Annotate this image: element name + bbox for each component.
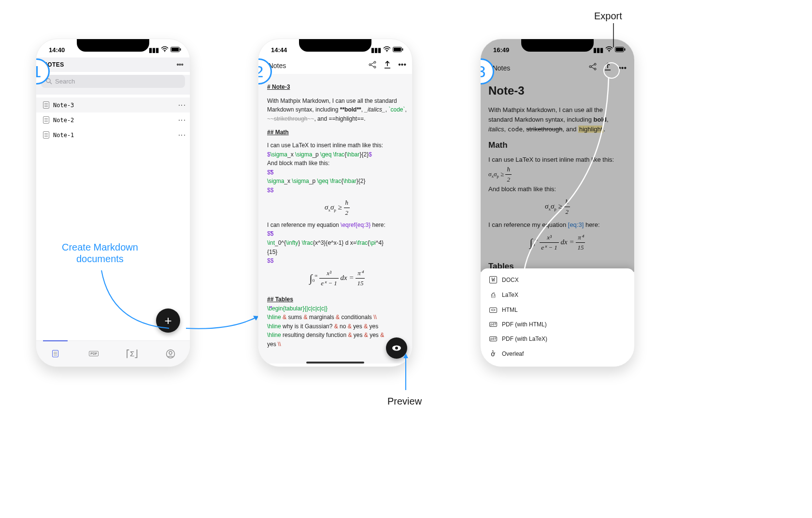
html-icon: <>: [489, 308, 497, 313]
pdf-icon: pdf: [489, 322, 497, 327]
export-label: Overleaf: [502, 350, 524, 357]
nav-pdf-icon[interactable]: PDF: [75, 341, 114, 366]
svg-line-16: [371, 63, 374, 64]
nav-profile-icon[interactable]: [152, 341, 190, 366]
svg-point-6: [167, 350, 175, 358]
md-h2-tables: ## Tables: [267, 295, 293, 304]
rendered-eq-2: ∫0∞ x³eˣ − 1 dx = π⁴15: [267, 266, 407, 291]
svg-point-14: [374, 61, 376, 63]
document-icon: [43, 116, 49, 124]
export-label: DOCX: [502, 277, 519, 283]
note-title: Note-3: [53, 102, 74, 109]
svg-point-7: [169, 351, 172, 354]
create-docs-annotation: Create Markdown documents: [62, 241, 138, 265]
svg-point-23: [609, 51, 610, 52]
math-delim: $$: [267, 256, 407, 266]
export-sheet: WDOCX ⎙LaTeX <>HTML pdfPDF (with HTML) p…: [481, 268, 634, 366]
export-label: LaTeX: [502, 292, 518, 298]
code-token: `code`: [388, 106, 405, 113]
item-more-icon[interactable]: ⋮: [180, 116, 183, 124]
wifi-icon: [605, 46, 613, 54]
svg-line-5: [50, 82, 52, 84]
phone-step-3: 3 16:49 ▮▮▮ ‹Notes ••• Note-3 With Mathp: [480, 39, 635, 367]
svg-point-0: [164, 51, 165, 52]
note-item[interactable]: Note-3 ⋮: [36, 98, 190, 112]
notes-list: Note-3 ⋮ Note-2 ⋮ Note-1 ⋮: [36, 95, 190, 145]
search-placeholder: Search: [55, 78, 75, 85]
phone-step-2: 2 14:44 ▮▮▮ ‹ Notes ••• # Note-3: [258, 39, 413, 367]
md-h2: ## Math: [267, 128, 289, 137]
item-more-icon[interactable]: ⋮: [180, 131, 183, 139]
svg-line-17: [371, 65, 374, 67]
eye-icon: [391, 343, 402, 353]
signal-icon: ▮▮▮: [593, 46, 603, 54]
svg-rect-12: [402, 48, 403, 51]
export-html[interactable]: <>HTML: [481, 303, 634, 317]
ref-lead: I can reference my equation: [267, 222, 341, 228]
svg-rect-11: [394, 48, 401, 51]
svg-rect-25: [616, 48, 623, 51]
highlight-token: ==highlight==: [328, 115, 364, 122]
docx-icon: W: [489, 276, 497, 283]
rendered-eq-1: σxσp ≥ ħ2: [267, 195, 407, 221]
export-annotation: Export: [594, 11, 622, 22]
notch: [299, 39, 371, 52]
nav-scan-icon[interactable]: ⎡Σ⎦: [113, 341, 152, 366]
bold-token: **bold**: [340, 106, 361, 113]
battery-icon: [615, 46, 626, 54]
svg-point-20: [395, 347, 398, 350]
overleaf-icon: ở: [489, 350, 497, 358]
item-more-icon[interactable]: ⋮: [180, 101, 183, 109]
more-icon[interactable]: •••: [398, 60, 406, 71]
export-overleaf[interactable]: ởOverleaf: [481, 346, 634, 362]
note-item[interactable]: Note-2 ⋮: [36, 112, 190, 127]
export-pdf-html[interactable]: pdfPDF (with HTML): [481, 317, 634, 332]
export-docx[interactable]: WDOCX: [481, 272, 634, 287]
export-label: PDF (with HTML): [502, 321, 547, 328]
battery-icon: [393, 46, 403, 54]
svg-point-15: [374, 66, 376, 68]
inline-math-lead: I can use LaTeX to insert inline math li…: [267, 141, 407, 150]
signal-icon: ▮▮▮: [371, 46, 381, 54]
eqref-token: \eqref{eq:3}: [341, 222, 370, 228]
note-title: Note-1: [53, 132, 74, 139]
document-icon: [43, 131, 49, 139]
svg-rect-3: [180, 48, 181, 51]
wifi-icon: [383, 46, 391, 54]
export-pdf-latex[interactable]: pdfPDF (with LaTeX): [481, 332, 634, 346]
modal-backdrop[interactable]: [481, 39, 634, 272]
share-icon[interactable]: [368, 60, 377, 71]
editor-body[interactable]: # Note-3 With Mathpix Markdown, I can us…: [258, 74, 412, 364]
export-label: PDF (with LaTeX): [502, 336, 547, 342]
export-latex[interactable]: ⎙LaTeX: [481, 287, 634, 303]
preview-fab[interactable]: [386, 337, 407, 359]
pdf-icon: pdf: [489, 336, 497, 341]
strike-token: strikethrough: [274, 115, 307, 122]
svg-point-9: [386, 51, 387, 52]
latex-icon: ⎙: [489, 291, 497, 299]
note-item[interactable]: Note-1 ⋮: [36, 127, 190, 142]
bottom-nav: PDF ⎡Σ⎦: [36, 340, 190, 366]
home-indicator: [306, 362, 364, 364]
preview-annotation: Preview: [387, 396, 422, 407]
search-input[interactable]: Search: [41, 75, 185, 88]
math-delim: $$: [267, 186, 407, 195]
export-label: HTML: [502, 307, 518, 313]
more-icon[interactable]: •••: [176, 63, 183, 66]
italics-token: _italics_: [364, 106, 385, 113]
clock: 14:44: [271, 46, 287, 54]
svg-rect-26: [625, 48, 626, 51]
note-title: Note-2: [53, 117, 74, 124]
wifi-icon: [161, 46, 169, 53]
notch: [77, 39, 149, 52]
create-note-fab[interactable]: +: [156, 308, 180, 333]
md-h1: # Note-3: [267, 83, 290, 92]
svg-rect-2: [171, 48, 179, 51]
export-icon[interactable]: [384, 60, 391, 71]
signal-icon: ▮▮▮: [149, 47, 159, 53]
block-lead: And block math like this:: [267, 159, 407, 168]
notch: [521, 39, 594, 52]
nav-notes-icon[interactable]: [36, 341, 75, 366]
tabular-begin: \begin{tabular}{|c|c|c|c|}: [267, 305, 328, 312]
phone-step-1: 1 14:40 ▮▮▮ NOTES ••• Search: [36, 39, 190, 367]
